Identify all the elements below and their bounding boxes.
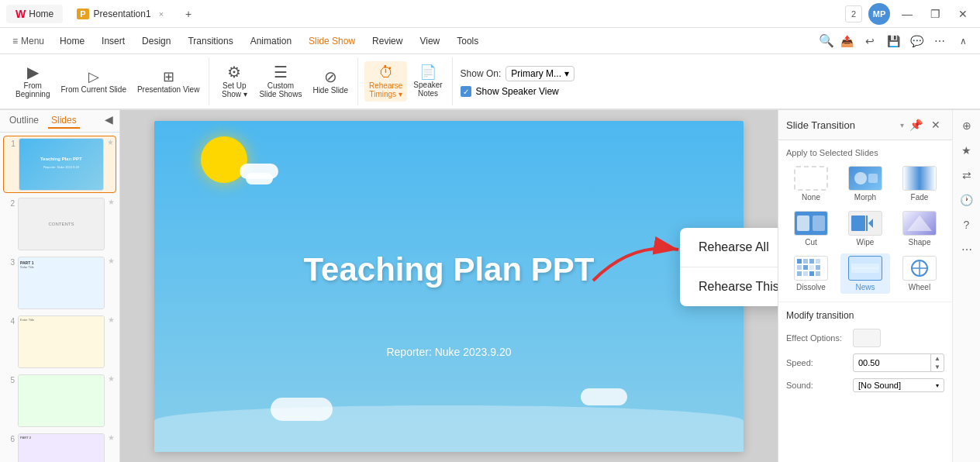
effect-options-box[interactable] bbox=[853, 329, 881, 347]
transition-fade[interactable]: Fade bbox=[895, 164, 944, 204]
custom-slide-shows-button[interactable]: ☰ CustomSlide Shows bbox=[254, 61, 306, 102]
transition-cut[interactable]: Cut bbox=[786, 209, 836, 249]
rehearse-timings-button[interactable]: ⏱ RehearseTimings ▾ bbox=[364, 61, 407, 102]
presentation-view-button[interactable]: ⊞ Presentation View bbox=[133, 67, 204, 97]
slide-star-icon: ★ bbox=[108, 198, 115, 206]
sync-strip-icon[interactable]: ⇄ bbox=[956, 164, 978, 186]
transition-dissolve[interactable]: Dissolve bbox=[786, 253, 836, 294]
more-icon[interactable]: ⋯ bbox=[929, 30, 951, 52]
transition-grid: None Morph Fade bbox=[786, 164, 944, 294]
transition-news[interactable]: News bbox=[840, 253, 890, 294]
share-icon[interactable]: 📤 bbox=[836, 30, 858, 52]
menu-review[interactable]: Review bbox=[364, 33, 410, 50]
slide-thumbnail: CONTENTS bbox=[18, 198, 105, 250]
modify-section: Modify transition Effect Options: Speed:… bbox=[778, 302, 952, 406]
minimize-button[interactable]: — bbox=[896, 3, 918, 25]
slide-item[interactable]: 6 PART 2 ★ bbox=[3, 432, 116, 462]
slide-item[interactable]: 5 ★ bbox=[3, 373, 116, 429]
maximize-button[interactable]: ❐ bbox=[924, 3, 946, 25]
undo-share-icon[interactable]: ↩ bbox=[859, 30, 881, 52]
speaker-notes-button[interactable]: 📄 SpeakerNotes bbox=[409, 62, 447, 101]
more-strip-icon[interactable]: ⋯ bbox=[956, 239, 978, 260]
from-beginning-button[interactable]: ▶ FromBeginning bbox=[11, 61, 54, 102]
slide-number: 1 bbox=[5, 140, 16, 148]
search-icon[interactable]: 🔍 bbox=[819, 33, 834, 48]
slide-item[interactable]: 2 CONTENTS ★ bbox=[3, 196, 116, 252]
from-beginning-label: FromBeginning bbox=[16, 81, 50, 98]
svg-rect-10 bbox=[803, 259, 808, 264]
menu-animation[interactable]: Animation bbox=[243, 33, 299, 50]
slide-item[interactable]: 4 Enter Title ★ bbox=[3, 314, 116, 370]
slide-star-icon: ★ bbox=[108, 374, 115, 383]
slide-subtitle: Reporter: Nuke 2023.9.20 bbox=[386, 346, 511, 358]
slide-list: 1 Teaching Plan PPT Reporter: Nuke 2023.… bbox=[0, 133, 119, 462]
help-strip-icon[interactable]: ? bbox=[956, 214, 978, 236]
transition-wheel[interactable]: Wheel bbox=[895, 253, 944, 294]
slide-main-title: Teaching Plan PPT bbox=[304, 251, 595, 288]
svg-rect-16 bbox=[816, 265, 820, 270]
presentation-icon: P bbox=[77, 9, 88, 19]
add-strip-icon[interactable]: ⊕ bbox=[956, 115, 978, 136]
menu-tools[interactable]: Tools bbox=[449, 33, 486, 50]
sound-dropdown[interactable]: [No Sound] ▾ bbox=[853, 378, 944, 392]
slide-star-icon: ★ bbox=[108, 257, 115, 265]
icon-strip: ⊕ ★ ⇄ 🕐 ? ⋯ bbox=[952, 110, 980, 462]
close-file-icon[interactable]: × bbox=[159, 9, 164, 19]
none-transition-icon bbox=[794, 166, 828, 191]
collapse-ribbon-icon[interactable]: ∧ bbox=[952, 30, 974, 52]
speaker-notes-label: SpeakerNotes bbox=[413, 81, 442, 98]
menu-design[interactable]: Design bbox=[134, 33, 178, 50]
menu-home[interactable]: Home bbox=[52, 33, 92, 50]
ribbon-show-settings: Show On: Primary M... ▾ ✓ Show Speaker V… bbox=[454, 57, 581, 105]
transition-none[interactable]: None bbox=[786, 164, 836, 204]
menu-transitions[interactable]: Transitions bbox=[180, 33, 240, 50]
menu-slideshow[interactable]: Slide Show bbox=[301, 33, 363, 50]
show-on-row: Show On: Primary M... ▾ bbox=[461, 66, 575, 81]
slide-number: 4 bbox=[5, 317, 15, 326]
speaker-view-checkbox[interactable]: ✓ bbox=[461, 86, 471, 97]
transition-shape[interactable]: Shape bbox=[895, 209, 944, 249]
rehearse-timings-label: RehearseTimings ▾ bbox=[369, 81, 402, 98]
transition-wipe[interactable]: Wipe bbox=[840, 209, 890, 249]
user-avatar[interactable]: MP bbox=[868, 3, 890, 25]
slide-number: 3 bbox=[5, 258, 15, 267]
tab-slides[interactable]: Slides bbox=[48, 113, 80, 129]
rehearse-this-slide-item[interactable]: Rehearse This Slide bbox=[680, 267, 778, 306]
menubar: ≡ Menu Home Insert Design Transitions An… bbox=[0, 28, 980, 54]
sidebar-collapse-button[interactable]: ◀ bbox=[105, 113, 113, 129]
svg-rect-17 bbox=[797, 271, 802, 276]
pin-panel-button[interactable]: 📌 bbox=[907, 116, 924, 133]
home-tab[interactable]: W Home bbox=[6, 5, 63, 23]
close-button[interactable]: ✕ bbox=[952, 3, 974, 25]
speed-input[interactable]: 00.50 ▲ ▼ bbox=[853, 353, 944, 372]
slide-thumbnail: PART 2 bbox=[18, 433, 105, 462]
wipe-label: Wipe bbox=[857, 238, 875, 247]
star-strip-icon[interactable]: ★ bbox=[956, 140, 978, 161]
speed-label: Speed: bbox=[786, 358, 848, 367]
transition-morph[interactable]: Morph bbox=[840, 164, 890, 204]
new-tab-button[interactable]: + bbox=[178, 3, 199, 25]
history-strip-icon[interactable]: 🕐 bbox=[956, 189, 978, 211]
rehearse-all-item[interactable]: Rehearse All bbox=[680, 228, 778, 267]
hide-slide-button[interactable]: ⊘ Hide Slide bbox=[308, 66, 353, 98]
slide-item[interactable]: 1 Teaching Plan PPT Reporter: Nuke 2023.… bbox=[3, 136, 116, 193]
cloud-right bbox=[581, 388, 627, 405]
save-icon[interactable]: 💾 bbox=[882, 30, 904, 52]
set-up-show-button[interactable]: ⚙ Set UpShow ▾ bbox=[216, 61, 253, 102]
fade-transition-icon bbox=[902, 166, 937, 191]
slide-item[interactable]: 3 PART 1 Solar Title ★ bbox=[3, 255, 116, 311]
set-up-show-label: Set UpShow ▾ bbox=[222, 81, 247, 98]
speed-up-button[interactable]: ▲ bbox=[931, 354, 944, 363]
presentation-tab[interactable]: P Presentation1 × bbox=[69, 5, 171, 22]
tab-outline[interactable]: Outline bbox=[6, 113, 42, 129]
menu-button[interactable]: ≡ Menu bbox=[6, 33, 50, 50]
menu-insert[interactable]: Insert bbox=[94, 33, 133, 50]
menu-view[interactable]: View bbox=[412, 33, 447, 50]
speed-down-button[interactable]: ▼ bbox=[931, 363, 944, 371]
close-panel-button[interactable]: ✕ bbox=[927, 116, 944, 133]
from-current-slide-button[interactable]: ▷ From Current Slide bbox=[56, 67, 130, 97]
shape-label: Shape bbox=[909, 238, 931, 247]
comment-icon[interactable]: 💬 bbox=[906, 30, 927, 52]
slide-star-icon: ★ bbox=[108, 433, 115, 442]
show-on-dropdown[interactable]: Primary M... ▾ bbox=[506, 66, 575, 81]
